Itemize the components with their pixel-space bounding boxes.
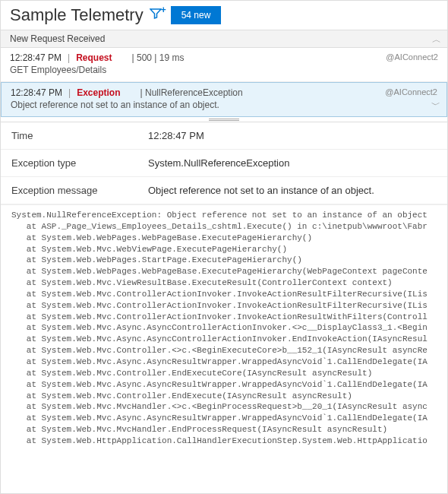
panel-header: Sample Telemetry + 54 new: [1, 1, 447, 30]
detail-val: 12:28:47 PM: [137, 122, 447, 150]
gripper-icon: [209, 119, 239, 121]
entry-meta: | NullReferenceException: [140, 87, 243, 98]
entry-subtext: Object reference not set to an instance …: [11, 100, 437, 110]
entry-timestamp: 12:28:47 PM: [10, 52, 62, 63]
detail-key: Time: [1, 122, 137, 150]
telemetry-entry[interactable]: 12:28:47 PM | Request | 500 | 19 ms GET …: [1, 48, 447, 82]
entry-kind: Request: [76, 52, 112, 63]
details-table: Time 12:28:47 PM Exception type System.N…: [1, 122, 447, 204]
section-header-label: New Request Received: [10, 33, 105, 44]
entry-source: @AIConnect2: [385, 87, 437, 97]
detail-val: Object reference not set to an instance …: [137, 177, 447, 204]
detail-key: Exception message: [1, 177, 137, 204]
chevron-up-icon[interactable]: ︿: [432, 33, 441, 46]
stack-trace: System.NullReferenceException: Object re…: [1, 205, 447, 446]
table-row: Exception type System.NullReferenceExcep…: [1, 150, 447, 177]
stack-trace-scroll[interactable]: System.NullReferenceException: Object re…: [1, 204, 447, 446]
section-header[interactable]: New Request Received ︿: [1, 30, 447, 48]
entry-timestamp: 12:28:47 PM: [11, 87, 62, 98]
detail-val: System.NullReferenceException: [137, 150, 447, 177]
table-row: Exception message Object reference not s…: [1, 177, 447, 204]
detail-key: Exception type: [1, 150, 137, 177]
panel-title: Sample Telemetry: [10, 5, 144, 25]
entry-meta: | 500 | 19 ms: [132, 52, 185, 63]
new-items-button[interactable]: 54 new: [171, 6, 222, 24]
filter-icon[interactable]: +: [150, 8, 165, 23]
entry-kind: Exception: [77, 87, 120, 98]
telemetry-entry-selected[interactable]: 12:28:47 PM | Exception | NullReferenceE…: [1, 82, 447, 117]
splitter-handle[interactable]: [1, 117, 447, 122]
plus-icon: +: [161, 5, 166, 15]
table-row: Time 12:28:47 PM: [1, 122, 447, 150]
entry-subtext: GET Employees/Details: [10, 65, 438, 75]
entry-source: @AIConnect2: [386, 52, 438, 62]
chevron-down-icon[interactable]: ﹀: [431, 99, 440, 112]
